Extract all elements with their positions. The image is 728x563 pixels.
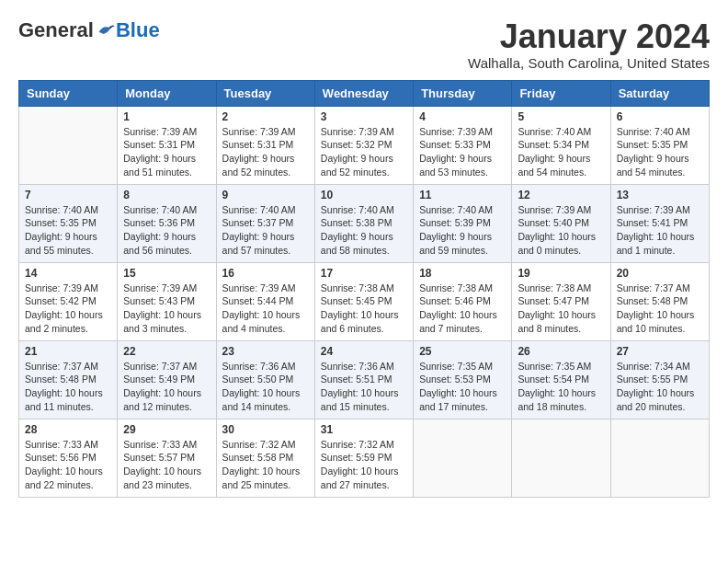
sunset-text: Sunset: 5:56 PM: [25, 452, 97, 463]
sunset-text: Sunset: 5:59 PM: [321, 452, 392, 463]
sunset-text: Sunset: 5:50 PM: [222, 373, 294, 385]
calendar-header-row: Sunday Monday Tuesday Wednesday Thursday…: [19, 80, 710, 106]
header-friday: Friday: [512, 80, 610, 106]
sunset-text: Sunset: 5:32 PM: [321, 139, 392, 150]
table-row: 31 Sunrise: 7:32 AM Sunset: 5:59 PM Dayl…: [314, 419, 413, 497]
sunrise-text: Sunrise: 7:32 AM: [222, 439, 296, 450]
sunrise-text: Sunrise: 7:38 AM: [419, 282, 493, 293]
sunset-text: Sunset: 5:48 PM: [617, 295, 688, 306]
calendar-week-row: 1 Sunrise: 7:39 AM Sunset: 5:31 PM Dayli…: [19, 106, 710, 184]
daylight-text: Daylight: 10 hours and 11 minutes.: [25, 387, 103, 412]
sunrise-text: Sunrise: 7:40 AM: [25, 204, 98, 215]
day-info: Sunrise: 7:39 AM Sunset: 5:41 PM Dayligh…: [617, 203, 703, 258]
table-row: 22 Sunrise: 7:37 AM Sunset: 5:49 PM Dayl…: [118, 340, 216, 419]
day-info: Sunrise: 7:40 AM Sunset: 5:37 PM Dayligh…: [222, 203, 309, 258]
day-number: 17: [321, 267, 407, 280]
sunrise-text: Sunrise: 7:34 AM: [617, 361, 690, 372]
logo-general-text: General: [18, 18, 94, 42]
table-row: 16 Sunrise: 7:39 AM Sunset: 5:44 PM Dayl…: [216, 262, 314, 340]
sunset-text: Sunset: 5:34 PM: [518, 139, 589, 150]
day-info: Sunrise: 7:37 AM Sunset: 5:48 PM Dayligh…: [25, 360, 111, 414]
header-monday: Monday: [118, 80, 216, 106]
sunset-text: Sunset: 5:31 PM: [123, 139, 195, 150]
sunrise-text: Sunrise: 7:37 AM: [123, 361, 197, 372]
table-row: 29 Sunrise: 7:33 AM Sunset: 5:57 PM Dayl…: [118, 419, 216, 497]
sunrise-text: Sunrise: 7:40 AM: [123, 204, 197, 215]
day-number: 5: [518, 110, 604, 123]
table-row: 25 Sunrise: 7:35 AM Sunset: 5:53 PM Dayl…: [414, 340, 512, 419]
daylight-text: Daylight: 9 hours and 58 minutes.: [321, 231, 393, 256]
header-tuesday: Tuesday: [216, 80, 314, 106]
daylight-text: Daylight: 9 hours and 53 minutes.: [419, 153, 492, 178]
day-info: Sunrise: 7:39 AM Sunset: 5:44 PM Dayligh…: [222, 282, 309, 336]
daylight-text: Daylight: 10 hours and 25 minutes.: [222, 465, 301, 490]
day-number: 18: [419, 267, 506, 280]
day-info: Sunrise: 7:32 AM Sunset: 5:58 PM Dayligh…: [222, 438, 309, 492]
daylight-text: Daylight: 9 hours and 52 minutes.: [321, 153, 393, 178]
sunset-text: Sunset: 5:40 PM: [518, 217, 589, 228]
daylight-text: Daylight: 9 hours and 59 minutes.: [419, 231, 492, 256]
sunset-text: Sunset: 5:51 PM: [321, 373, 392, 385]
sunrise-text: Sunrise: 7:39 AM: [419, 126, 493, 137]
daylight-text: Daylight: 10 hours and 6 minutes.: [321, 309, 399, 334]
daylight-text: Daylight: 10 hours and 27 minutes.: [321, 465, 399, 490]
table-row: [19, 106, 118, 184]
day-number: 11: [419, 189, 506, 201]
sunrise-text: Sunrise: 7:38 AM: [518, 282, 591, 293]
sunset-text: Sunset: 5:58 PM: [222, 452, 294, 463]
day-info: Sunrise: 7:39 AM Sunset: 5:31 PM Dayligh…: [123, 125, 210, 179]
day-number: 20: [617, 267, 703, 280]
table-row: 27 Sunrise: 7:34 AM Sunset: 5:55 PM Dayl…: [610, 340, 709, 419]
table-row: 1 Sunrise: 7:39 AM Sunset: 5:31 PM Dayli…: [118, 106, 216, 184]
sunrise-text: Sunrise: 7:39 AM: [518, 204, 591, 215]
daylight-text: Daylight: 9 hours and 51 minutes.: [123, 153, 196, 178]
day-number: 26: [518, 345, 604, 358]
table-row: 14 Sunrise: 7:39 AM Sunset: 5:42 PM Dayl…: [19, 262, 118, 340]
daylight-text: Daylight: 10 hours and 23 minutes.: [123, 465, 201, 490]
day-number: 10: [321, 189, 407, 201]
day-number: 28: [25, 423, 111, 436]
daylight-text: Daylight: 10 hours and 7 minutes.: [419, 309, 497, 334]
sunrise-text: Sunrise: 7:37 AM: [25, 361, 98, 372]
day-number: 31: [321, 423, 407, 436]
daylight-text: Daylight: 9 hours and 56 minutes.: [123, 231, 196, 256]
calendar-table: Sunday Monday Tuesday Wednesday Thursday…: [18, 80, 710, 498]
header-sunday: Sunday: [19, 80, 118, 106]
sunset-text: Sunset: 5:53 PM: [419, 373, 491, 385]
day-number: 22: [123, 345, 210, 358]
day-info: Sunrise: 7:39 AM Sunset: 5:32 PM Dayligh…: [321, 125, 407, 179]
daylight-text: Daylight: 10 hours and 20 minutes.: [617, 387, 695, 412]
day-info: Sunrise: 7:34 AM Sunset: 5:55 PM Dayligh…: [617, 360, 703, 414]
table-row: 20 Sunrise: 7:37 AM Sunset: 5:48 PM Dayl…: [610, 262, 709, 340]
month-title: January 2024: [468, 18, 710, 55]
daylight-text: Daylight: 10 hours and 14 minutes.: [222, 387, 301, 412]
daylight-text: Daylight: 9 hours and 54 minutes.: [518, 153, 590, 178]
sunrise-text: Sunrise: 7:39 AM: [222, 282, 296, 293]
sunset-text: Sunset: 5:41 PM: [617, 217, 688, 228]
day-number: 29: [123, 423, 210, 436]
sunset-text: Sunset: 5:55 PM: [617, 373, 688, 385]
sunset-text: Sunset: 5:38 PM: [321, 217, 392, 228]
sunset-text: Sunset: 5:35 PM: [617, 139, 688, 150]
daylight-text: Daylight: 10 hours and 2 minutes.: [25, 309, 103, 334]
table-row: 3 Sunrise: 7:39 AM Sunset: 5:32 PM Dayli…: [314, 106, 413, 184]
day-number: 13: [617, 189, 703, 201]
day-info: Sunrise: 7:33 AM Sunset: 5:56 PM Dayligh…: [25, 438, 111, 492]
sunset-text: Sunset: 5:54 PM: [518, 373, 589, 385]
day-number: 9: [222, 189, 309, 201]
daylight-text: Daylight: 10 hours and 17 minutes.: [419, 387, 497, 412]
table-row: 9 Sunrise: 7:40 AM Sunset: 5:37 PM Dayli…: [216, 184, 314, 262]
day-info: Sunrise: 7:36 AM Sunset: 5:50 PM Dayligh…: [222, 360, 309, 414]
day-number: 16: [222, 267, 309, 280]
calendar-week-row: 7 Sunrise: 7:40 AM Sunset: 5:35 PM Dayli…: [19, 184, 710, 262]
sunset-text: Sunset: 5:57 PM: [123, 452, 195, 463]
day-number: 14: [25, 267, 111, 280]
table-row: 17 Sunrise: 7:38 AM Sunset: 5:45 PM Dayl…: [314, 262, 413, 340]
day-number: 12: [518, 189, 604, 201]
daylight-text: Daylight: 10 hours and 10 minutes.: [617, 309, 695, 334]
sunrise-text: Sunrise: 7:40 AM: [617, 126, 690, 137]
table-row: 26 Sunrise: 7:35 AM Sunset: 5:54 PM Dayl…: [512, 340, 610, 419]
day-info: Sunrise: 7:40 AM Sunset: 5:39 PM Dayligh…: [419, 203, 506, 258]
sunset-text: Sunset: 5:36 PM: [123, 217, 195, 228]
day-info: Sunrise: 7:38 AM Sunset: 5:47 PM Dayligh…: [518, 282, 604, 336]
